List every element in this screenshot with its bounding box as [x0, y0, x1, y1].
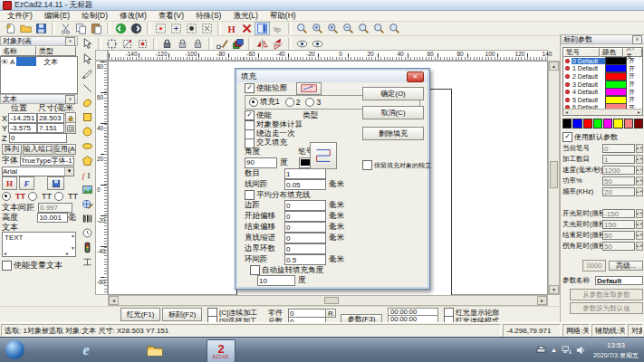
text-style-horizontal-radio[interactable] — [2, 192, 11, 201]
contour-mode-button[interactable] — [296, 82, 322, 95]
text-style-arc-radio[interactable] — [54, 192, 63, 201]
x-pos-input[interactable]: -14.251 — [8, 113, 37, 123]
rotate-angle-input[interactable]: 10 — [257, 275, 295, 286]
palette-swatch[interactable] — [624, 119, 633, 129]
line-space-input[interactable]: 0.05 — [284, 179, 326, 190]
menu-laser[interactable]: 激光(L) — [233, 11, 257, 22]
draw-io-button[interactable] — [80, 240, 95, 254]
ok-button[interactable]: 确定(O) — [362, 87, 424, 100]
mini-button[interactable]: 0000 — [582, 260, 606, 272]
draw-circle-button[interactable] — [80, 124, 95, 138]
menu-modify[interactable]: 修改(M) — [120, 11, 147, 22]
marquee-4-button[interactable] — [199, 22, 215, 35]
auto-rotate-checkbox[interactable] — [250, 265, 260, 275]
marquee-1-button[interactable] — [153, 22, 168, 35]
status-object[interactable]: 对象:关 — [628, 324, 643, 337]
draw-ellipse-button[interactable] — [80, 138, 95, 153]
avg-dist-checkbox[interactable] — [245, 190, 255, 200]
close-icon[interactable]: x — [65, 37, 75, 46]
scroll-up-icon[interactable]: ▲ — [71, 233, 75, 238]
eye-2-button[interactable] — [310, 37, 325, 51]
palette-swatch[interactable] — [583, 119, 592, 129]
spinner[interactable]: ▲▼ — [636, 155, 643, 164]
menu-file[interactable]: 文件(F) — [7, 11, 33, 22]
spinner[interactable]: ▲▼ — [636, 166, 643, 175]
eye-1-button[interactable] — [294, 37, 310, 51]
palette-swatch[interactable] — [562, 119, 572, 129]
enable-contour-checkbox[interactable]: ✓ — [245, 83, 255, 93]
fill-dialog-titlebar[interactable]: 填充 ✕ — [237, 71, 428, 82]
y-pos-input[interactable]: -3.575 — [8, 123, 37, 133]
keep-object-checkbox[interactable] — [362, 160, 372, 170]
new-doc-button[interactable] — [3, 22, 18, 35]
tray-expand-icon[interactable]: ▲ — [551, 347, 557, 353]
y-size-input[interactable]: 7.151 — [37, 123, 64, 133]
draw-timer-button[interactable] — [80, 225, 95, 240]
fill-type-button[interactable] — [310, 142, 337, 169]
lock-2-button[interactable] — [175, 37, 190, 51]
count-input[interactable]: 1 — [284, 168, 326, 179]
scroll-down-icon[interactable]: ▼ — [71, 245, 75, 251]
lock-1-button[interactable] — [159, 37, 175, 51]
column-pen[interactable]: 笔号 — [563, 48, 600, 57]
open-button[interactable] — [18, 22, 34, 35]
scroll-thumb[interactable] — [550, 161, 558, 188]
draw-bitmap-button[interactable] — [80, 182, 95, 196]
scroll-thumb[interactable] — [324, 297, 339, 304]
zoom-7-button[interactable] — [387, 22, 402, 35]
clock[interactable]: 13:53 2020/7/3 星期五 — [591, 340, 641, 360]
taskbar-ezcad-button[interactable]: 2 EZCAD — [207, 339, 235, 362]
select-arrow-button[interactable] — [80, 37, 95, 51]
save-font-button[interactable] — [47, 176, 64, 190]
zoom-4-button[interactable] — [341, 22, 356, 35]
mirror-vertical-button[interactable] — [270, 37, 285, 51]
start-offset-input[interactable]: 0 — [284, 211, 326, 222]
fill3-radio[interactable]: 3 — [305, 98, 321, 107]
palette-swatch[interactable] — [603, 119, 612, 129]
param-name-input[interactable]: Default — [595, 276, 643, 285]
bold-button[interactable]: H — [2, 176, 17, 190]
draw-polygon-button[interactable] — [80, 153, 95, 167]
vertical-scrollbar[interactable]: ▲ ▼ — [548, 61, 560, 295]
fill1-radio[interactable]: 填充1 — [249, 97, 280, 108]
palette-swatch[interactable] — [613, 119, 622, 129]
zoom-6-button[interactable] — [371, 22, 387, 35]
close-icon[interactable]: ✕ — [407, 71, 424, 82]
variable-text-checkbox[interactable] — [2, 261, 12, 271]
paste-button[interactable] — [89, 22, 104, 35]
palette-swatch[interactable] — [634, 119, 643, 129]
column-type[interactable]: 类型 — [36, 46, 76, 56]
palette-swatch[interactable] — [593, 119, 602, 129]
use-default-checkbox[interactable]: ✓ — [562, 132, 572, 142]
hatch-button[interactable]: H — [224, 22, 239, 35]
scroll-right-icon[interactable]: ► — [637, 110, 641, 115]
advanced-button[interactable]: 高级... — [609, 261, 643, 271]
mark-button[interactable]: 标刻(F2) — [162, 308, 202, 321]
spinner[interactable]: ▲▼ — [636, 231, 643, 240]
scroll-down-icon[interactable]: ▼ — [549, 285, 559, 294]
z-pos-input[interactable]: 0 — [9, 133, 67, 143]
menu-help[interactable]: 帮助(H) — [270, 11, 296, 22]
draw-line-button[interactable] — [80, 81, 95, 95]
scroll-left-icon[interactable]: ◄ — [109, 296, 119, 305]
color-layers-button[interactable] — [230, 37, 245, 51]
scroll-left-icon[interactable]: ◄ — [564, 110, 569, 115]
spinner[interactable]: ▲▼ — [636, 220, 643, 229]
menu-draw[interactable]: 绘制(D) — [82, 11, 108, 22]
r-button[interactable]: R — [325, 309, 336, 318]
transform-3-button[interactable] — [135, 37, 150, 51]
palette-swatch[interactable] — [572, 119, 582, 129]
spinner[interactable]: ▲▼ — [636, 187, 643, 196]
fill2-radio[interactable]: 2 — [285, 98, 301, 107]
draw-extend-axis-button[interactable] — [80, 254, 95, 269]
object-row[interactable]: A 文本 — [1, 57, 77, 66]
menu-edit[interactable]: 编辑(E) — [44, 11, 70, 22]
draw-curve-button[interactable] — [80, 95, 95, 110]
mirror-horizontal-button[interactable] — [255, 37, 270, 51]
margin-input[interactable]: 0 — [284, 200, 326, 211]
lock-3-button[interactable] — [190, 37, 206, 51]
spinner[interactable]: ▲▼ — [636, 242, 643, 251]
pen-table-scrollbar[interactable]: ◄► — [563, 109, 642, 115]
cancel-button[interactable]: 取消(C) — [362, 106, 424, 119]
x-size-input[interactable]: 28.503 — [37, 113, 64, 123]
